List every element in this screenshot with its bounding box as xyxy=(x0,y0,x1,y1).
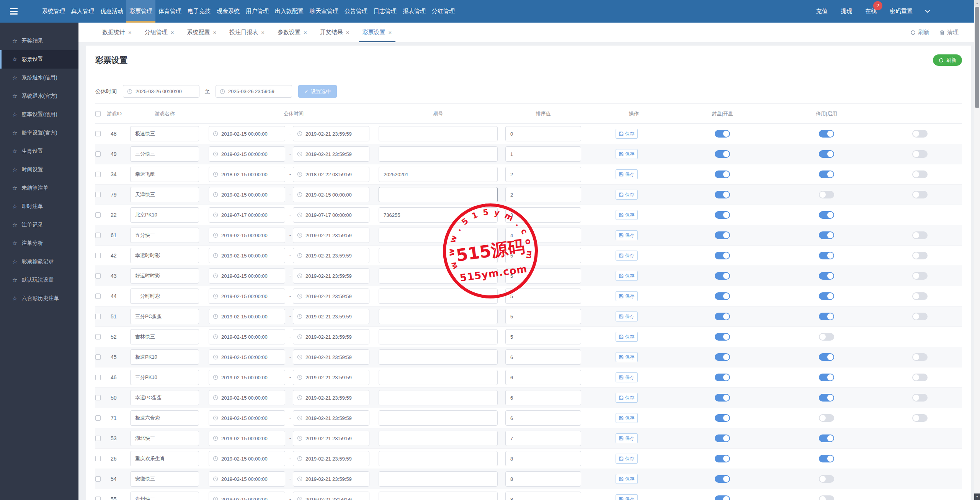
row-checkbox[interactable] xyxy=(95,192,101,197)
sidebar-item-0[interactable]: ☆开奖结果 xyxy=(0,32,78,50)
sort-input[interactable] xyxy=(505,431,581,446)
seal-toggle[interactable] xyxy=(715,292,730,300)
game-name-input[interactable] xyxy=(130,146,199,162)
enable-toggle[interactable] xyxy=(819,455,834,462)
issue-input[interactable] xyxy=(379,329,498,344)
game-name-input[interactable] xyxy=(130,309,199,324)
seal-toggle[interactable] xyxy=(715,313,730,320)
enable-toggle[interactable] xyxy=(819,150,834,158)
save-button[interactable]: 保存 xyxy=(616,494,638,500)
holiday-end-input[interactable]: 2019-02-21 23:59:59 xyxy=(293,126,369,141)
extra-toggle[interactable] xyxy=(912,272,928,280)
row-checkbox[interactable] xyxy=(95,497,101,500)
game-name-input[interactable] xyxy=(130,451,199,466)
issue-input[interactable] xyxy=(379,289,498,304)
holiday-end-input[interactable]: 2019-02-21 23:59:59 xyxy=(293,349,369,365)
refresh-button[interactable]: 刷新 xyxy=(933,54,962,66)
enable-toggle[interactable] xyxy=(819,374,834,381)
sidebar-item-9[interactable]: ☆即时注单 xyxy=(0,197,78,216)
save-button[interactable]: 保存 xyxy=(616,190,638,200)
nav-item-5[interactable]: 电子竞技 xyxy=(185,0,214,23)
menu-toggle-icon[interactable] xyxy=(10,8,18,23)
seal-toggle[interactable] xyxy=(715,394,730,402)
holiday-end-input[interactable]: 2019-07-17 00:00:00 xyxy=(293,207,369,223)
holiday-start-input[interactable]: 2019-02-15 00:00:00 xyxy=(209,349,285,365)
holiday-end-input[interactable]: 2019-02-15 00:00:00 xyxy=(293,187,369,202)
scroll-down-arrow[interactable]: ▼ xyxy=(974,493,980,500)
holiday-start-input[interactable]: 2019-02-15 00:00:00 xyxy=(209,187,285,202)
close-icon[interactable]: × xyxy=(171,29,174,36)
game-name-input[interactable] xyxy=(130,410,199,426)
issue-input[interactable] xyxy=(379,248,498,263)
enable-toggle[interactable] xyxy=(819,434,834,442)
enable-toggle[interactable] xyxy=(819,353,834,361)
game-name-input[interactable] xyxy=(130,492,199,500)
row-checkbox[interactable] xyxy=(95,293,101,299)
save-button[interactable]: 保存 xyxy=(616,413,638,423)
holiday-start-input[interactable]: 2019-02-15 00:00:00 xyxy=(209,228,285,243)
sidebar-item-5[interactable]: ☆赔率设置(官方) xyxy=(0,124,78,142)
nav-item-3[interactable]: 彩票管理 xyxy=(126,0,155,23)
sidebar-item-1[interactable]: ☆彩票设置 xyxy=(0,50,78,69)
extra-toggle[interactable] xyxy=(912,394,928,402)
holiday-start-input[interactable]: 2019-02-15 00:00:00 xyxy=(209,370,285,385)
issue-input[interactable] xyxy=(379,370,498,385)
seal-toggle[interactable] xyxy=(715,495,730,500)
sort-input[interactable] xyxy=(505,451,581,466)
sort-input[interactable] xyxy=(505,471,581,487)
nav-right-item[interactable]: 在线2 xyxy=(865,8,877,15)
row-checkbox[interactable] xyxy=(95,415,101,421)
holiday-end-input[interactable]: 2019-02-21 23:59:59 xyxy=(293,492,369,500)
sort-input[interactable] xyxy=(505,390,581,405)
seal-toggle[interactable] xyxy=(715,475,730,483)
nav-item-2[interactable]: 优惠活动 xyxy=(97,0,126,23)
row-checkbox[interactable] xyxy=(95,273,101,279)
close-icon[interactable]: × xyxy=(128,29,132,36)
seal-toggle[interactable] xyxy=(715,211,730,219)
seal-toggle[interactable] xyxy=(715,150,730,158)
game-name-input[interactable] xyxy=(130,228,199,243)
tab-4[interactable]: 参数设置× xyxy=(275,23,309,42)
save-button[interactable]: 保存 xyxy=(616,291,638,301)
holiday-start-input[interactable]: 2018-02-15 00:00:00 xyxy=(209,167,285,182)
save-button[interactable]: 保存 xyxy=(616,311,638,321)
sidebar-item-6[interactable]: ☆生肖设置 xyxy=(0,142,78,161)
game-name-input[interactable] xyxy=(130,207,199,223)
save-button[interactable]: 保存 xyxy=(616,454,638,464)
enable-toggle[interactable] xyxy=(819,394,834,402)
holiday-start-input[interactable]: 2025-03-26 00:00:00 xyxy=(123,85,199,98)
game-name-input[interactable] xyxy=(130,390,199,405)
chevron-down-icon[interactable] xyxy=(925,0,930,23)
nav-item-1[interactable]: 真人管理 xyxy=(68,0,97,23)
holiday-end-input[interactable]: 2019-02-21 23:59:59 xyxy=(293,309,369,324)
sort-input[interactable] xyxy=(505,167,581,182)
extra-toggle[interactable] xyxy=(912,313,928,320)
row-checkbox[interactable] xyxy=(95,476,101,482)
sort-input[interactable] xyxy=(505,309,581,324)
sort-input[interactable] xyxy=(505,207,581,223)
enable-toggle[interactable] xyxy=(819,475,834,483)
enable-toggle[interactable] xyxy=(819,170,834,178)
seal-toggle[interactable] xyxy=(715,353,730,361)
enable-toggle[interactable] xyxy=(819,272,834,280)
nav-item-11[interactable]: 日志管理 xyxy=(371,0,400,23)
holiday-end-input[interactable]: 2019-02-21 23:59:59 xyxy=(293,471,369,487)
issue-input[interactable] xyxy=(379,228,498,243)
nav-right-item[interactable]: 充值 xyxy=(816,8,828,15)
row-checkbox[interactable] xyxy=(95,395,101,400)
save-button[interactable]: 保存 xyxy=(616,230,638,240)
save-button[interactable]: 保存 xyxy=(616,393,638,403)
apply-selected-button[interactable]: ✓ 设置选中 xyxy=(298,85,337,98)
tab-0[interactable]: 数据统计× xyxy=(100,23,134,42)
seal-toggle[interactable] xyxy=(715,333,730,341)
seal-toggle[interactable] xyxy=(715,455,730,462)
save-button[interactable]: 保存 xyxy=(616,129,638,139)
seal-toggle[interactable] xyxy=(715,170,730,178)
row-checkbox[interactable] xyxy=(95,212,101,218)
issue-input[interactable] xyxy=(379,492,498,500)
nav-item-10[interactable]: 公告管理 xyxy=(341,0,371,23)
game-name-input[interactable] xyxy=(130,431,199,446)
game-name-input[interactable] xyxy=(130,471,199,487)
tab-6[interactable]: 彩票设置× xyxy=(360,23,394,42)
holiday-end-input[interactable]: 2019-02-21 23:59:59 xyxy=(293,390,369,405)
